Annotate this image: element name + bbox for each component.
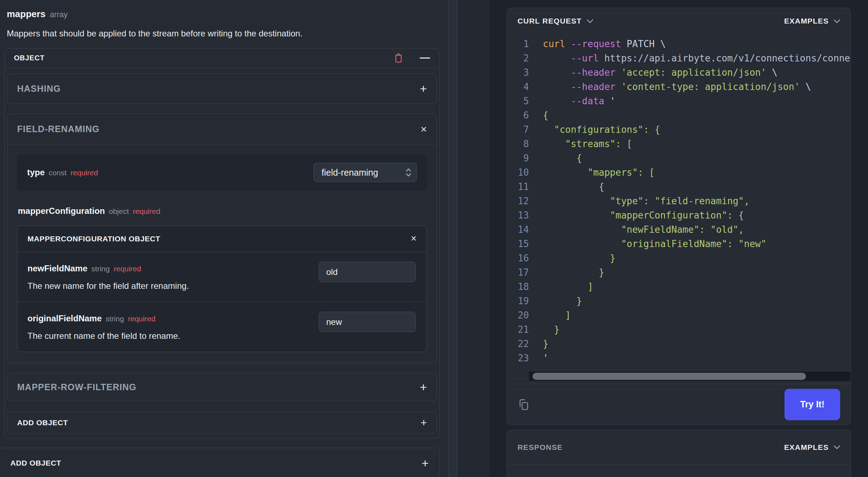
add-object-label: ADD OBJECT (17, 418, 68, 427)
code-text: "streams": [ (543, 137, 851, 151)
line-number: 16 (507, 251, 529, 265)
code-text: "newFieldName": "old", (543, 222, 851, 237)
select-chevrons-icon (405, 167, 412, 177)
plus-icon[interactable]: + (420, 82, 427, 95)
field-title-row: mappers array (7, 9, 447, 20)
plus-icon[interactable]: + (420, 381, 427, 393)
schema-editor-pane: mappers array Mappers that should be app… (0, 0, 447, 477)
field-renaming-body: type const required field-renaming mappe… (7, 145, 436, 363)
code-line: 16 } (507, 251, 851, 265)
line-number: 1 (507, 37, 529, 51)
horizontal-scrollbar-thumb[interactable] (533, 373, 806, 380)
code-text: { (543, 151, 851, 165)
close-icon[interactable]: × (420, 124, 427, 135)
response-header: RESPONSE EXAMPLES (507, 430, 851, 465)
chevron-down-icon (587, 19, 593, 23)
code-text: --data ' (543, 94, 851, 108)
line-number: 9 (507, 151, 529, 165)
try-it-button[interactable]: Try It! (784, 389, 840, 420)
add-object-root-label: ADD OBJECT (10, 459, 61, 467)
line-number: 10 (507, 165, 529, 180)
new-field-name-required-badge: required (113, 265, 141, 273)
original-field-name-label: originalFieldName (27, 313, 102, 323)
request-examples-dropdown[interactable]: EXAMPLES (784, 17, 840, 25)
new-field-name-description: The new name for the field after renamin… (27, 281, 417, 291)
original-field-name-type-badge: string (106, 315, 124, 323)
line-number: 18 (507, 280, 529, 294)
curl-request-dropdown[interactable]: CURL REQUEST (518, 17, 593, 25)
type-required-badge: required (71, 169, 98, 177)
curl-request-panel: CURL REQUEST EXAMPLES 1curl --request PA… (507, 8, 851, 425)
copy-code-button[interactable] (518, 398, 530, 411)
code-text: "type": "field-renaming", (543, 194, 851, 208)
object-panel-actions (393, 52, 430, 64)
copy-icon (518, 398, 530, 411)
horizontal-scrollbar[interactable] (529, 372, 851, 381)
type-const-badge: const (49, 169, 66, 177)
line-number: 8 (507, 137, 529, 151)
original-field-name-row: originalFieldName string required The cu… (17, 302, 427, 352)
code-line: 15 "originalFieldName": "new" (507, 237, 851, 251)
code-text: --header 'content-type: application/json… (543, 80, 851, 94)
original-field-name-input[interactable] (319, 312, 416, 332)
code-line: 19 } (507, 294, 851, 308)
collapse-object-button[interactable] (420, 57, 430, 59)
section-hashing[interactable]: HASHING + (7, 74, 437, 104)
pane-scrollbar[interactable] (448, 0, 457, 477)
mapper-configuration-required-badge: required (133, 207, 160, 216)
new-field-name-type-badge: string (91, 265, 110, 273)
minus-icon (420, 57, 430, 59)
request-examples-label: EXAMPLES (784, 17, 829, 25)
code-text: "configurations": { (543, 122, 851, 137)
plus-icon: + (420, 417, 427, 428)
hashing-title: HASHING (17, 84, 61, 94)
code-line: 11 { (507, 180, 851, 194)
api-playground-pane: CURL REQUEST EXAMPLES 1curl --request PA… (490, 0, 868, 477)
code-text: } (543, 294, 851, 308)
type-select[interactable]: field-renaming (313, 163, 417, 182)
code-line: 1curl --request PATCH \ (507, 37, 851, 51)
mapper-configuration-panel: MAPPERCONFIGURATION OBJECT × newFieldNam… (17, 225, 427, 352)
code-area: 1curl --request PATCH \2 --url https://a… (507, 34, 851, 384)
curl-footer: Try It! (507, 384, 851, 425)
chevron-down-icon (834, 19, 840, 23)
code-text: } (543, 265, 851, 280)
add-object-root-button[interactable]: ADD OBJECT + (0, 448, 440, 477)
add-object-button[interactable]: ADD OBJECT + (7, 412, 437, 434)
code-line: 2 --url https://api.airbyte.com/v1/conne… (507, 51, 851, 65)
close-icon[interactable]: × (411, 234, 417, 243)
new-field-name-row: newFieldName string required The new nam… (17, 252, 427, 302)
code-text: ] (543, 308, 851, 322)
code-text: "mapperConfiguration": { (543, 208, 851, 222)
line-number: 12 (507, 194, 529, 208)
field-type-badge: array (50, 10, 67, 19)
line-number: 22 (507, 337, 529, 351)
section-mapper-row-filtering[interactable]: MAPPER-ROW-FILTERING + (7, 373, 437, 401)
response-title: RESPONSE (518, 443, 562, 452)
field-renaming-title: FIELD-RENAMING (17, 124, 100, 134)
mapper-configuration-label-row: mapperConfiguration object required (18, 206, 427, 216)
code-line: 12 "type": "field-renaming", (507, 194, 851, 208)
type-select-value: field-renaming (322, 167, 378, 178)
line-number: 13 (507, 208, 529, 222)
delete-object-button[interactable] (393, 52, 404, 64)
code-line: 13 "mapperConfiguration": { (507, 208, 851, 222)
code-line: 22} (507, 337, 851, 351)
line-number: 21 (507, 322, 529, 337)
code-block: 1curl --request PATCH \2 --url https://a… (507, 37, 851, 370)
code-line: 14 "newFieldName": "old", (507, 222, 851, 237)
new-field-name-input[interactable] (319, 262, 416, 282)
response-examples-dropdown[interactable]: EXAMPLES (784, 443, 840, 452)
line-number: 6 (507, 108, 529, 122)
code-line: 8 "streams": [ (507, 137, 851, 151)
code-text: "originalFieldName": "new" (543, 237, 851, 251)
plus-icon: + (422, 457, 429, 469)
line-number: 17 (507, 265, 529, 280)
line-number: 7 (507, 122, 529, 137)
response-examples-label: EXAMPLES (784, 443, 829, 452)
new-field-name-label: newFieldName (27, 263, 87, 273)
line-number: 5 (507, 94, 529, 108)
object-panel-title: OBJECT (14, 54, 45, 62)
line-number: 4 (507, 80, 529, 94)
type-label-row: type const required (27, 167, 98, 177)
